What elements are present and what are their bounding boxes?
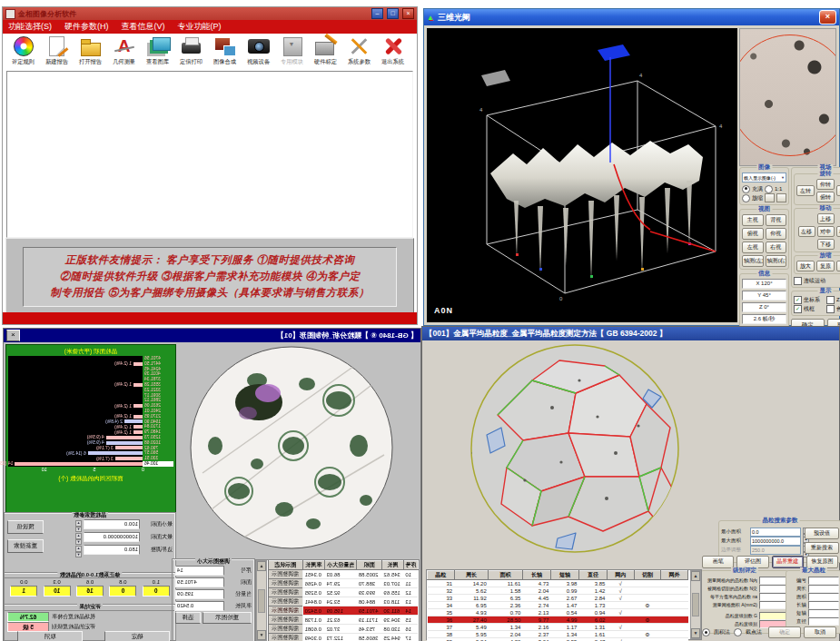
menu-item[interactable]: 功能选择(S) xyxy=(8,21,52,33)
scroll-down-icon[interactable]: ▼ xyxy=(257,630,266,640)
preset-button[interactable]: 预设值 xyxy=(805,528,839,539)
view-button[interactable]: 右视 xyxy=(766,242,787,253)
boundary-field[interactable]: 180.0 xyxy=(84,545,140,555)
table-row[interactable]: 3311.926.354.452.672.84√ xyxy=(428,595,688,602)
view-button[interactable]: 左视 xyxy=(742,242,764,253)
column-header[interactable]: 面积 xyxy=(357,561,382,570)
move-left-button[interactable]: 左移 xyxy=(798,226,815,237)
table-row[interactable]: 385.952.042.371.341.61Φ xyxy=(428,631,688,638)
max-grain-field[interactable] xyxy=(808,593,839,601)
rotate-up-button[interactable]: 仰转 xyxy=(816,179,835,190)
table-row[interactable]: 399.244.803.042.552.47√ xyxy=(428,638,688,641)
image-source-select[interactable]: 载入显示图像(-) xyxy=(742,173,786,182)
intercept-method-radio[interactable] xyxy=(734,628,742,636)
table-row[interactable]: 354.930.702.130.540.94√ xyxy=(428,609,688,616)
research-button[interactable]: 重新搜索 xyxy=(7,539,44,553)
grains-per-mm2-field[interactable] xyxy=(759,593,786,601)
scroll-up-icon[interactable]: ▲ xyxy=(691,571,700,581)
toolbar-button[interactable]: 查看图库 xyxy=(141,35,174,66)
toolbar-button[interactable]: 图像合成 xyxy=(208,35,242,66)
table-row[interactable]: 15304.391711.1963.210.1738需调整图示 xyxy=(269,616,419,625)
max-grain-field[interactable] xyxy=(808,585,839,593)
table-row[interactable]: 375.491.342.161.171.31√ xyxy=(428,624,688,631)
max-area-field[interactable]: 1000000000.0 xyxy=(750,537,801,546)
ok-button[interactable]: 确定 xyxy=(104,631,170,641)
diameter-field[interactable]: 195.09 xyxy=(175,589,224,599)
scale-radio[interactable] xyxy=(742,194,750,202)
grains-inside-field[interactable] xyxy=(759,577,786,585)
minimize-button[interactable]: – xyxy=(371,8,383,19)
roundness-field[interactable]: 0.5420 xyxy=(175,601,224,611)
scale-plus-button[interactable] xyxy=(776,193,786,202)
table-row[interactable]: 16130.08753.4637.020.6081需调整图示 xyxy=(269,625,419,634)
menu-item[interactable]: 硬件参数(H) xyxy=(64,21,109,33)
close-button[interactable]: × xyxy=(402,8,414,19)
view-button[interactable]: 背视 xyxy=(766,214,787,226)
zoom-out-button[interactable]: 缩小 xyxy=(836,261,840,271)
max-area-field[interactable]: 1000000000.0 xyxy=(84,532,140,542)
micrograph-thumbnail[interactable] xyxy=(739,28,836,166)
move-up-button[interactable]: 上移 xyxy=(817,213,835,224)
cancel-button[interactable]: 取消 xyxy=(804,626,836,638)
min-area-field[interactable]: 100.0 xyxy=(84,519,140,529)
scroll-thumb[interactable] xyxy=(258,589,265,613)
menu-item[interactable]: 查看信息(V) xyxy=(122,21,165,33)
min-area-field[interactable]: 0.0 xyxy=(750,528,801,537)
view-button[interactable]: 仰视 xyxy=(766,228,787,240)
column-header[interactable]: 短轴 xyxy=(550,571,578,580)
max-grain-field[interactable] xyxy=(808,617,839,626)
column-header[interactable]: 长轴 xyxy=(522,571,550,580)
column-header[interactable]: 当量径大小 xyxy=(325,561,357,570)
scale-minus-button[interactable] xyxy=(765,193,775,202)
redraw-button[interactable]: 重绘图示 xyxy=(203,612,252,624)
max-grain-field[interactable] xyxy=(808,609,839,617)
table-scrollbar[interactable]: ▲▼ xyxy=(690,570,701,639)
display-checkbox[interactable]: Z 反相 xyxy=(826,296,840,304)
toolbar-button[interactable]: 新建报告 xyxy=(40,35,74,66)
workspace-area[interactable] xyxy=(6,71,413,238)
column-header[interactable]: 切割 xyxy=(634,571,661,580)
scroll-up-icon[interactable]: ▲ xyxy=(257,561,266,571)
select-button[interactable]: 选择 xyxy=(175,612,201,624)
display-checkbox[interactable]: ✓坐标系 xyxy=(794,296,825,304)
continuous-motion-check[interactable]: 连续运动 xyxy=(794,277,840,285)
column-header[interactable]: 序号 xyxy=(403,561,418,570)
display-checkbox[interactable]: 色反相 xyxy=(826,305,840,313)
research-button[interactable]: 重新搜索 xyxy=(805,542,839,554)
fill-radio[interactable] xyxy=(742,185,750,193)
table-scrollbar[interactable]: ▲▼ xyxy=(256,560,267,641)
column-header[interactable]: 直径 xyxy=(578,571,607,580)
one-to-one-radio[interactable] xyxy=(765,185,773,193)
table-row[interactable]: 17944.253606.58122.730.3049需调整图示 xyxy=(269,634,419,641)
rotate-left-button[interactable]: 左转 xyxy=(796,185,815,196)
rotate-right-button[interactable]: 右转 xyxy=(836,185,840,196)
move-down-button[interactable]: 下移 xyxy=(817,239,835,250)
table-row[interactable]: 12155.69999.3992.520.5295需调整图示 xyxy=(269,588,419,597)
toolbar-button[interactable]: 退出系统 xyxy=(376,35,410,66)
spinner[interactable] xyxy=(75,546,82,554)
ok-button[interactable]: 确定 xyxy=(768,626,801,638)
3d-surface-view[interactable]: 4404 A0N xyxy=(427,28,737,322)
view-button[interactable]: 轴测(左) xyxy=(742,255,764,267)
toolbar-button[interactable]: 硬件标定 xyxy=(309,35,342,66)
grain-boundary-image[interactable] xyxy=(470,344,679,553)
column-header[interactable]: 周长 xyxy=(454,571,489,580)
index-field[interactable]: 14 xyxy=(175,566,224,576)
toolbar-button[interactable]: 定倍打印 xyxy=(174,35,208,66)
rotate-down-button[interactable]: 俯转 xyxy=(816,192,835,202)
zoom-in-button[interactable]: 放大 xyxy=(796,261,815,271)
table-row[interactable]: 11107.03388.7029.740.4266需调整图示 xyxy=(269,579,419,588)
table-row[interactable]: 325.621.582.040.991.42√ xyxy=(428,587,688,595)
table-row[interactable]: 14611.304701.59195.090.5420需调整图示 xyxy=(269,606,419,616)
toolbar-button[interactable]: 几何测量 xyxy=(107,35,141,66)
toolbar-button[interactable]: 视频设备 xyxy=(242,35,275,66)
table-row[interactable]: 10345.622005.8886.030.3451需调整图示 xyxy=(269,570,419,579)
scroll-down-icon[interactable]: ▼ xyxy=(691,628,700,638)
maximize-button[interactable]: □ xyxy=(387,8,399,19)
center-button[interactable]: 对中 xyxy=(817,226,835,237)
toolbar-button[interactable]: 评定规则 xyxy=(6,35,40,66)
column-header[interactable]: 率周长 xyxy=(302,561,325,570)
preset-button[interactable]: 预设值 xyxy=(7,520,44,534)
move-right-button[interactable]: 右移 xyxy=(836,226,840,237)
close-button[interactable]: × xyxy=(819,10,836,25)
